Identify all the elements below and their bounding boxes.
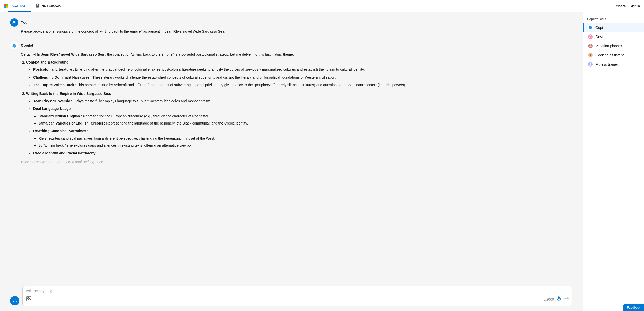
item-dual-language: Dual Language Usage : Standard British E… (33, 106, 572, 126)
copilot-bold-ref: Jean Rhys' novel Wide Sargasso Sea (41, 52, 104, 56)
item-creole-identity: Creole Identity and Racial Patriarchy : (33, 150, 572, 156)
send-button[interactable] (564, 296, 569, 303)
app-header: COPILOT 📓 NOTEBOOK Chats Sign in (0, 0, 644, 12)
user-name: You (21, 20, 27, 24)
section-2: Writing Back to the Empire in Wide Sarga… (26, 91, 572, 156)
main-list: Context and Background: Postcolonial Lit… (21, 59, 572, 156)
copilot-intro-para: Certainly! In Jean Rhys' novel Wide Sarg… (21, 52, 572, 57)
image-button[interactable] (26, 296, 32, 303)
sidebar-fitness-label: Fitness trainer (595, 62, 618, 66)
svg-point-9 (589, 26, 592, 29)
dual-language-subitems: Standard British English : Representing … (33, 113, 572, 126)
item-rewriting: Rewriting Canonical Narratives : Rhys re… (33, 128, 572, 148)
sidebar-cooking-label: Cooking assistant (595, 53, 624, 57)
user-avatar (10, 18, 18, 27)
copilot-message-header: Copilot (10, 41, 572, 49)
section-2-title: Writing Back to the Empire in Wide Sarga… (26, 92, 111, 96)
copilot-icon (588, 25, 593, 30)
sign-in-button[interactable]: Sign in (630, 4, 640, 8)
section-1-items: Postcolonial Literature : Emerging after… (26, 67, 572, 88)
copilot-intro-cont: , the concept of "writing back to the em… (105, 52, 294, 56)
item-jamaican-english: Jamaican Varieties of English (Creole) :… (38, 120, 572, 126)
item-standard-english: Standard British English : Representing … (38, 113, 572, 119)
designer-icon (588, 34, 593, 39)
copilot-name: Copilot (21, 43, 33, 47)
section-1: Context and Background: Postcolonial Lit… (26, 59, 572, 88)
sidebar-copilot-label: Copilot (595, 26, 607, 30)
svg-rect-6 (558, 296, 560, 299)
item-rewriting-1: Rhys rewrites canonical narratives from … (38, 135, 572, 141)
input-right-controls: 0/2000 (544, 296, 569, 303)
user-message-content: Please provide a brief synopsis of the c… (10, 29, 572, 34)
svg-point-10 (588, 34, 593, 39)
tab-copilot[interactable]: COPILOT (8, 0, 31, 12)
item-rhys-subversion: Jean Rhys' Subversion : Rhys masterfully… (33, 98, 572, 104)
feedback-button[interactable]: Feedback (623, 304, 644, 311)
section-1-title: Context and Background: (26, 60, 70, 64)
sidebar-designer-label: Designer (595, 35, 610, 39)
char-count: 0/2000 (544, 297, 554, 301)
user-message-header: You (10, 18, 572, 27)
input-box-wrapper: 0/2000 (22, 286, 572, 306)
sidebar-item-vacation-planner[interactable]: Vacation planner (583, 41, 644, 51)
chat-input[interactable] (26, 289, 569, 293)
truncated-text: Wide Sargasso Sea engages in a dual "wri… (21, 159, 572, 165)
svg-point-4 (28, 297, 29, 298)
rewriting-subitems: Rhys rewrites canonical narratives from … (33, 135, 572, 148)
svg-point-2 (13, 44, 16, 47)
input-area: 0/2000 (0, 283, 583, 311)
nav-tabs: COPILOT 📓 NOTEBOOK (4, 0, 65, 12)
section-2-items: Jean Rhys' Subversion : Rhys masterfully… (26, 98, 572, 156)
microsoft-logo (4, 4, 8, 8)
chat-area: You Please provide a brief synopsis of t… (0, 12, 583, 311)
header-right: Chats Sign in (616, 4, 640, 8)
copilot-intro-text: Certainly! In (21, 52, 41, 56)
chat-messages: You Please provide a brief synopsis of t… (0, 12, 583, 283)
item-postcolonial: Postcolonial Literature : Emerging after… (33, 67, 572, 72)
sidebar-vacation-label: Vacation planner (595, 44, 622, 48)
svg-point-15 (590, 63, 591, 64)
cooking-icon (588, 53, 593, 58)
input-footer: 0/2000 (26, 296, 569, 303)
svg-point-12 (590, 44, 591, 45)
chats-label: Chats (616, 4, 626, 8)
copilot-tab-label: COPILOT (12, 4, 27, 8)
fitness-icon (588, 62, 593, 67)
notebook-tab-icon: 📓 (35, 3, 40, 8)
main-layout: You Please provide a brief synopsis of t… (0, 12, 644, 311)
copilot-message-content: Certainly! In Jean Rhys' novel Wide Sarg… (10, 52, 572, 165)
copilot-avatar (10, 41, 18, 49)
input-avatar (10, 296, 19, 305)
sidebar-item-cooking-assistant[interactable]: Cooking assistant (583, 51, 644, 60)
notebook-tab-label: NOTEBOOK (42, 4, 61, 8)
sidebar-item-designer[interactable]: Designer (583, 32, 644, 41)
sidebar: Copilot GPTs Copilot Designer Vacation p… (583, 12, 644, 311)
sidebar-item-fitness-trainer[interactable]: Fitness trainer (583, 60, 644, 69)
item-rewriting-2: By "writing back," she explores gaps and… (38, 143, 572, 148)
item-challenging: Challenging Dominant Narratives : These … (33, 74, 572, 80)
copilot-message: Copilot Certainly! In Jean Rhys' novel W… (10, 41, 572, 165)
vacation-icon (588, 43, 593, 48)
item-empire-writes-back: The Empire Writes Back : This phrase, co… (33, 82, 572, 88)
user-message-text: Please provide a brief synopsis of the c… (21, 29, 572, 34)
user-message: You Please provide a brief synopsis of t… (10, 18, 572, 34)
tab-notebook[interactable]: 📓 NOTEBOOK (31, 0, 65, 12)
sidebar-section-title: Copilot GPTs (583, 16, 644, 23)
mic-button[interactable] (556, 296, 561, 303)
sidebar-item-copilot[interactable]: Copilot (583, 23, 644, 32)
